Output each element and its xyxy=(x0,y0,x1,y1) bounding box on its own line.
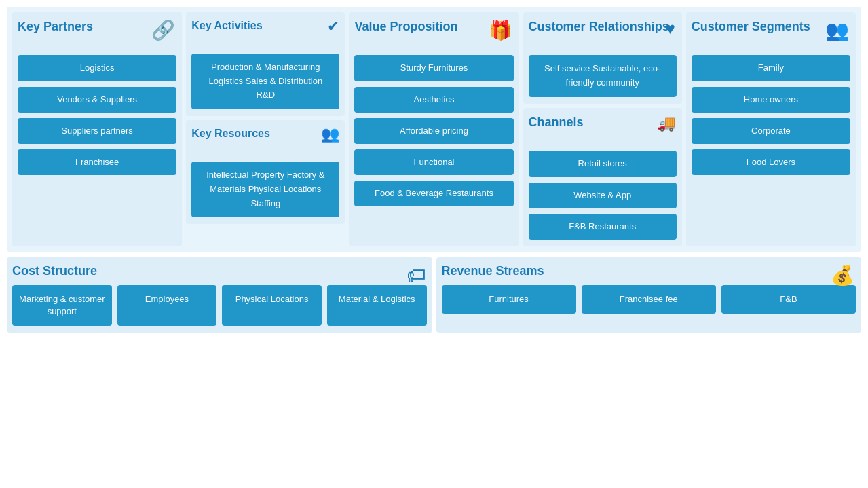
list-item: Food Lovers xyxy=(692,149,850,175)
list-item: Suppliers partners xyxy=(18,118,176,144)
people-icon: 👥 xyxy=(321,126,339,143)
list-item: Material & Logistics xyxy=(327,285,427,326)
list-item: Marketing & customer support xyxy=(12,285,112,326)
list-item: Franchisee fee xyxy=(582,285,716,314)
list-item: F&B xyxy=(721,285,856,314)
channels-title: Channels xyxy=(529,115,677,130)
key-resources-card: Intellectual Property Factory & Material… xyxy=(191,162,339,217)
truck-icon: 🚚 xyxy=(657,115,675,132)
key-partners-block: Key Partners 🔗 Logistics Vendors & Suppl… xyxy=(12,12,182,246)
list-item: Physical Locations xyxy=(222,285,322,326)
list-item: Retail stores xyxy=(529,151,677,176)
key-activities-title: Key Activities xyxy=(191,19,339,33)
key-resources-block: Key Resources 👥 Intellectual Property Fa… xyxy=(186,120,345,224)
cost-structure-block: Cost Structure 🏷 Marketing & customer su… xyxy=(7,257,432,333)
top-section: Key Partners 🔗 Logistics Vendors & Suppl… xyxy=(7,7,861,252)
cr-channels-col: Customer Relationships ♥ Self service Su… xyxy=(523,12,682,246)
key-activities-card: Production & Manufacturing Logistics Sal… xyxy=(191,54,339,109)
heart-icon: ♥ xyxy=(666,19,675,38)
list-item: F&B Restaurants xyxy=(529,214,677,240)
channels-block: Channels 🚚 Retail stores Website & App F… xyxy=(523,108,682,246)
cr-card: Self service Sustainable, eco-friendly c… xyxy=(529,55,677,97)
list-item: Affordable pricing xyxy=(354,118,513,144)
link-icon: 🔗 xyxy=(151,19,175,41)
revenue-streams-cards: Furnitures Franchisee fee F&B xyxy=(442,285,856,314)
list-item: Sturdy Furnitures xyxy=(354,55,513,81)
cost-structure-title: Cost Structure xyxy=(12,264,427,278)
customer-relationships-block: Customer Relationships ♥ Self service Su… xyxy=(523,12,682,104)
key-resources-title: Key Resources xyxy=(191,127,339,141)
value-proposition-block: Value Proposition 🎁 Sturdy Furnitures Ae… xyxy=(349,12,518,246)
tag-icon: 🏷 xyxy=(407,264,426,286)
check-icon: ✔ xyxy=(327,18,339,35)
list-item: Functional xyxy=(354,149,513,175)
bottom-section: Cost Structure 🏷 Marketing & customer su… xyxy=(7,257,861,333)
customer-relationships-title: Customer Relationships xyxy=(529,19,677,35)
revenue-streams-title: Revenue Streams xyxy=(442,264,856,278)
key-activities-block: Key Activities ✔ Production & Manufactur… xyxy=(186,12,345,116)
money-icon: 💰 xyxy=(831,264,854,286)
segments-icon: 👥 xyxy=(825,19,849,41)
cost-structure-cards: Marketing & customer support Employees P… xyxy=(12,285,427,326)
list-item: Aesthetics xyxy=(354,87,513,113)
list-item: Home owners xyxy=(692,87,850,113)
list-item: Website & App xyxy=(529,183,677,208)
list-item: Logistics xyxy=(18,55,176,81)
key-activities-resources-col: Key Activities ✔ Production & Manufactur… xyxy=(186,12,345,246)
list-item: Employees xyxy=(117,285,217,326)
list-item: Corporate xyxy=(692,118,850,144)
list-item: Franchisee xyxy=(18,149,176,175)
list-item: Furnitures xyxy=(442,285,576,314)
list-item: Family xyxy=(692,55,850,81)
revenue-streams-block: Revenue Streams 💰 Furnitures Franchisee … xyxy=(436,257,862,333)
canvas: Key Partners 🔗 Logistics Vendors & Suppl… xyxy=(7,7,861,333)
list-item: Food & Beverage Restaurants xyxy=(354,181,513,206)
gift-icon: 🎁 xyxy=(489,19,512,41)
customer-segments-block: Customer Segments 👥 Family Home owners C… xyxy=(686,12,856,246)
list-item: Vendors & Suppliers xyxy=(18,87,176,113)
